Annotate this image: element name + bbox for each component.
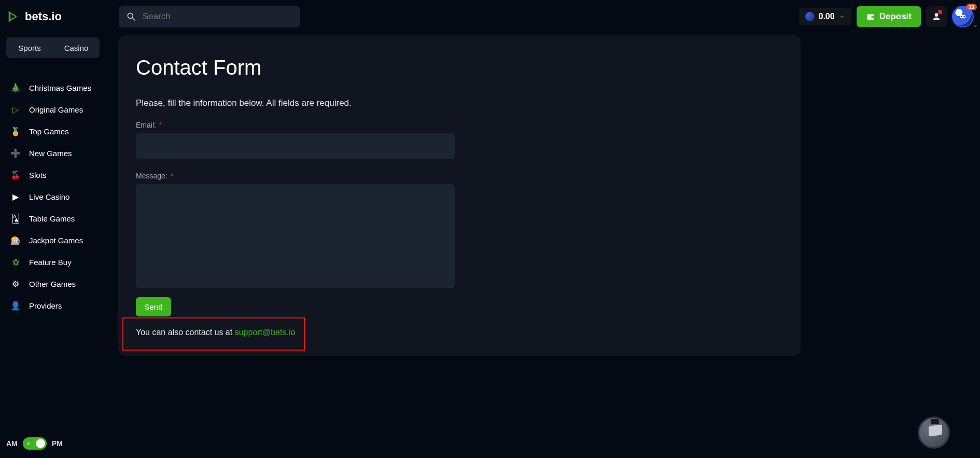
chevron-down-icon: ⌄ [973, 21, 978, 29]
send-button[interactable]: Send [136, 297, 171, 316]
svg-point-4 [935, 13, 939, 17]
email-label-text: Email: [136, 121, 156, 129]
sidebar-item-label: Live Casino [29, 192, 69, 201]
support-email-link[interactable]: support@bets.io [235, 328, 296, 337]
tab-sports[interactable]: Sports [6, 37, 53, 58]
logo[interactable]: bets.io [6, 9, 62, 24]
required-star: * [159, 121, 162, 129]
medal-icon: 🏅 [10, 126, 21, 136]
sidebar-item-label: Jackpot Games [29, 236, 83, 245]
sidebar-item-other-games[interactable]: ⚙Other Games [6, 273, 102, 295]
email-field[interactable] [136, 133, 455, 159]
svg-rect-3 [871, 16, 874, 18]
svg-line-1 [132, 18, 135, 21]
logo-icon [6, 9, 21, 24]
sidebar-item-table-games[interactable]: 🂡Table Games [6, 207, 102, 229]
am-label: AM [6, 439, 18, 448]
contact-prefix: You can also contact us at [136, 328, 235, 337]
brand-text: bets.io [25, 10, 62, 23]
search-box[interactable] [119, 6, 300, 27]
header: bets.io 0.00 Deposit 13 ⌄ [6, 4, 974, 29]
chevron-down-icon [839, 13, 845, 20]
deposit-label: Deposit [879, 11, 912, 22]
balance-amount: 0.00 [819, 12, 835, 21]
search-icon [126, 11, 136, 22]
sidebar-item-label: Original Games [29, 105, 83, 114]
search-input[interactable] [143, 11, 293, 22]
sidebar-item-label: Christmas Games [29, 84, 91, 92]
card-icon: 🂡 [10, 213, 21, 224]
email-label: Email: * [136, 121, 783, 129]
contact-info: You can also contact us at support@bets.… [136, 328, 783, 337]
sidebar-item-label: Slots [29, 171, 46, 179]
tree-icon: 🎄 [10, 82, 21, 93]
flower-icon: ✿ [10, 257, 21, 267]
time-toggle[interactable] [23, 437, 47, 450]
sidebar[interactable]: 🎄Christmas Games ▷Original Games 🏅Top Ga… [6, 77, 102, 352]
sidebar-item-label: Feature Buy [29, 258, 72, 267]
required-star: * [171, 172, 173, 180]
svg-point-0 [128, 13, 133, 18]
svg-point-7 [963, 16, 965, 18]
sidebar-item-label: Table Games [29, 214, 75, 223]
person-icon: 👤 [10, 300, 21, 311]
robot-icon [958, 11, 968, 22]
deposit-button[interactable]: Deposit [857, 6, 921, 27]
sidebar-item-live-casino[interactable]: ▶Live Casino [6, 186, 102, 207]
header-right: 0.00 Deposit 13 ⌄ [799, 6, 974, 27]
svg-point-6 [961, 16, 962, 18]
sidebar-item-providers[interactable]: 👤Providers [6, 295, 102, 316]
sidebar-item-top-games[interactable]: 🏅Top Games [6, 120, 102, 142]
video-icon: ▶ [10, 191, 21, 202]
sidebar-item-label: Other Games [29, 280, 76, 288]
plus-icon: ➕ [10, 148, 21, 158]
sidebar-item-label: New Games [29, 149, 72, 158]
message-label: Message: * [136, 172, 783, 180]
sidebar-item-christmas-games[interactable]: 🎄Christmas Games [6, 77, 102, 99]
balance-selector[interactable]: 0.00 [799, 8, 851, 25]
sidebar-item-label: Top Games [29, 127, 69, 136]
sidebar-item-jackpot-games[interactable]: 🎰Jackpot Games [6, 229, 102, 251]
page-subtitle: Please, fill the information below. All … [136, 98, 783, 108]
notifications-button[interactable] [926, 6, 947, 27]
chat-widget[interactable] [918, 417, 950, 449]
notification-dot-icon [938, 10, 942, 14]
sidebar-item-slots[interactable]: 🍒Slots [6, 164, 102, 186]
tab-casino[interactable]: Casino [53, 37, 100, 58]
sidebar-item-new-games[interactable]: ➕New Games [6, 142, 102, 164]
currency-icon [805, 12, 815, 21]
main-panel: Contact Form Please, fill the informatio… [118, 35, 801, 356]
sidebar-item-label: Providers [29, 301, 62, 310]
sidebar-item-feature-buy[interactable]: ✿Feature Buy [6, 251, 102, 273]
gear-icon: ⚙ [10, 279, 21, 289]
play-icon: ▷ [10, 104, 21, 115]
message-label-text: Message: [136, 172, 167, 180]
nav-tabs: Sports Casino [6, 37, 100, 58]
wallet-icon [866, 12, 875, 21]
profile-menu[interactable]: 13 ⌄ [952, 6, 974, 27]
cherry-icon: 🍒 [10, 170, 21, 180]
am-pm-toggle: AM PM [6, 437, 63, 450]
sidebar-item-original-games[interactable]: ▷Original Games [6, 99, 102, 120]
avatar-badge: 13 [966, 4, 977, 10]
pm-label: PM [52, 439, 63, 448]
slot-icon: 🎰 [10, 235, 21, 245]
message-field[interactable] [136, 184, 455, 288]
page-title: Contact Form [136, 56, 783, 79]
